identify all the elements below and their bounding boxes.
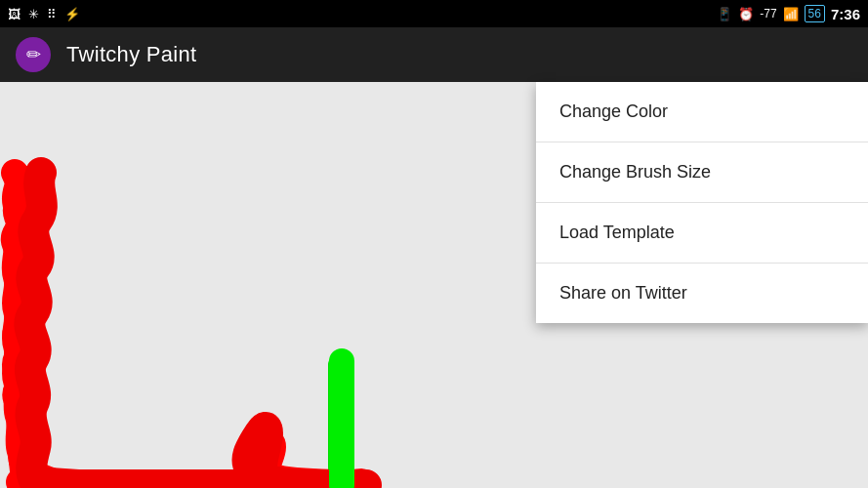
status-bar-right: 📱 ⏰ -77 📶 56 7:36 bbox=[717, 5, 860, 22]
image-icon: 🖼 bbox=[8, 7, 21, 21]
app-title: Twitchy Paint bbox=[66, 42, 197, 67]
clock-icon: ⏰ bbox=[738, 7, 754, 21]
red-strokes bbox=[29, 173, 366, 485]
battery-value: -77 bbox=[760, 7, 776, 20]
lightning-icon: ⚡ bbox=[64, 7, 80, 21]
sparkle-icon: ✳ bbox=[28, 7, 39, 21]
app-icon-symbol: ✏ bbox=[26, 44, 41, 65]
status-bar: 🖼 ✳ ⠿ ⚡ 📱 ⏰ -77 📶 56 7:36 bbox=[0, 0, 868, 27]
app-icon: ✏ bbox=[16, 37, 51, 72]
status-bar-left: 🖼 ✳ ⠿ ⚡ bbox=[8, 7, 80, 21]
menu-item-change-color[interactable]: Change Color bbox=[536, 82, 868, 142]
app-bar: ✏ Twitchy Paint bbox=[0, 27, 868, 82]
main-canvas-area[interactable]: Change Color Change Brush Size Load Temp… bbox=[0, 82, 868, 488]
menu-item-change-brush-size[interactable]: Change Brush Size bbox=[536, 142, 868, 203]
menu-item-load-template[interactable]: Load Template bbox=[536, 203, 868, 264]
menu-item-share-on-twitter[interactable]: Share on Twitter bbox=[536, 264, 868, 323]
battery-level: 56 bbox=[805, 5, 825, 22]
phone-icon: 📱 bbox=[717, 7, 732, 21]
dots-icon: ⠿ bbox=[47, 7, 57, 21]
signal-icon: 📶 bbox=[783, 7, 799, 21]
time-display: 7:36 bbox=[831, 6, 860, 22]
context-menu: Change Color Change Brush Size Load Temp… bbox=[536, 82, 868, 323]
